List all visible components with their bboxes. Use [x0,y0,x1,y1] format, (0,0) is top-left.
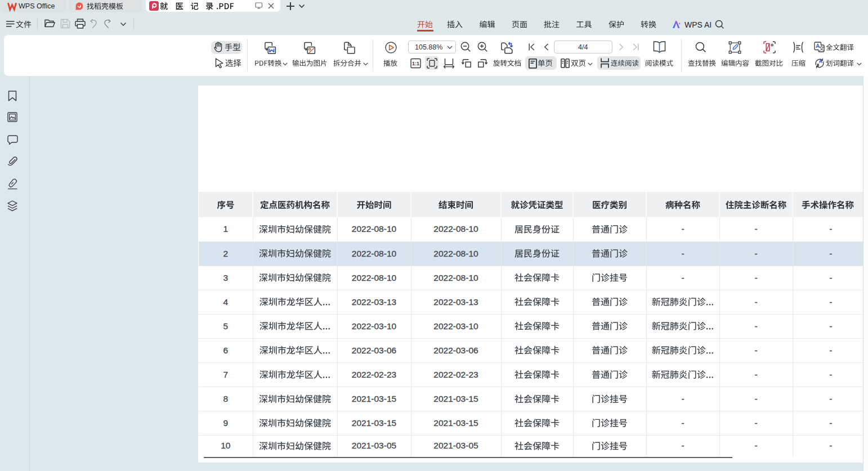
svg-text:1:1: 1:1 [412,61,419,66]
